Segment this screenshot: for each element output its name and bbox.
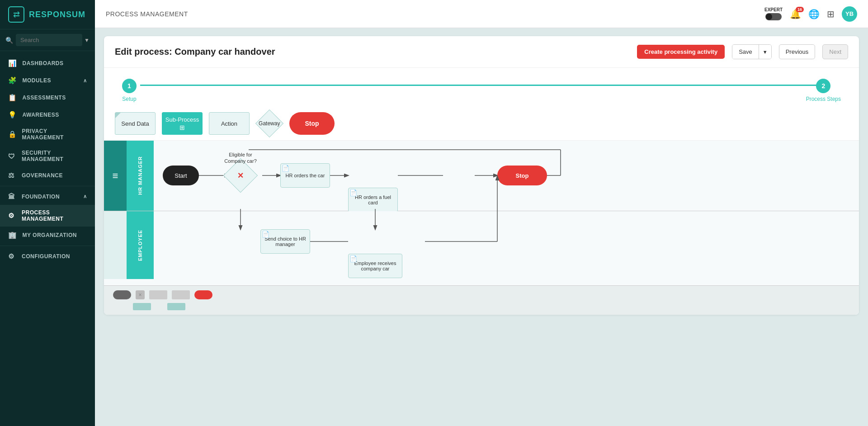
subprocess-label: Sub-Process	[165, 116, 199, 123]
minimap-gateway: ×	[136, 290, 145, 299]
sidebar-item-label: PRIVACY MANAGEMENT	[22, 128, 87, 141]
toolbar-action[interactable]: Action	[209, 112, 250, 135]
employee-lane-svg	[154, 211, 859, 279]
sidebar-item-security[interactable]: 🛡 SECURITY MANAGEMENT	[0, 145, 95, 167]
sidebar-search-container: 🔍 ▼	[0, 29, 95, 51]
next-button[interactable]: Next	[822, 44, 848, 59]
gateway-label: Eligible for Company car?	[218, 151, 263, 165]
logo-icon: ⇄	[8, 6, 24, 23]
save-dropdown-button[interactable]: ▼	[759, 45, 771, 59]
sidebar-item-label: FOUNDATION	[22, 194, 60, 200]
save-button-group: Save ▼	[732, 44, 772, 59]
sidebar-logo: ⇄ RESPONSUM	[0, 0, 95, 29]
task-doc-icon: 📄	[349, 188, 358, 197]
send-data-label: Send Data	[121, 120, 149, 127]
foundation-icon: 🏛	[8, 193, 16, 200]
lane-hr-manager-content: Start × Eligible for Company car?	[154, 141, 859, 211]
toolbar-send-data[interactable]: Send Data	[115, 112, 156, 135]
task-doc-icon: 📄	[281, 164, 290, 173]
diagram-area: ≡ HR MANAGER	[104, 141, 859, 285]
diagram-lanes: ≡ HR MANAGER	[104, 141, 859, 285]
awareness-icon: 💡	[8, 111, 17, 119]
grid-button[interactable]: ⊞	[827, 9, 835, 19]
sidebar-item-myorg[interactable]: 🏢 MY ORGANIZATION	[0, 227, 95, 244]
progress-step-2[interactable]: 2 Process Steps	[806, 79, 841, 102]
expand-arrow-icon: ∧	[83, 78, 87, 84]
main-content: PROCESS MANAGEMENT EXPERT 🔔 16 🌐 ⊞ YB Ed…	[95, 0, 868, 426]
minimap-stop	[194, 290, 212, 299]
search-dropdown-arrow[interactable]: ▼	[84, 37, 90, 43]
progress-step-1[interactable]: 1 Setup	[122, 79, 137, 102]
node-stop-hr[interactable]: Stop	[497, 166, 547, 185]
node-hr-orders-fuel[interactable]: 📄 HR orders a fuel card	[348, 188, 398, 212]
lane-employee-label: EMPLOYEE	[127, 211, 154, 279]
task-doc-icon: 📄	[349, 254, 358, 263]
sidebar-item-process[interactable]: ⚙ PROCESS MANAGEMENT	[0, 205, 95, 227]
node-send-choice[interactable]: 📄 Send choice to HR manager	[260, 229, 310, 254]
node-employee-receives[interactable]: 📄 Employee receives company car	[348, 254, 402, 278]
expand-arrow-icon: ∧	[83, 194, 87, 199]
sidebar-item-label: SECURITY MANAGEMENT	[22, 150, 87, 162]
step-label-2: Process Steps	[806, 96, 841, 102]
sidebar-item-privacy[interactable]: 🔒 PRIVACY MANAGEMENT	[0, 123, 95, 145]
save-button[interactable]: Save	[732, 45, 759, 59]
editor-header: Edit process: Company car handover Creat…	[104, 36, 859, 68]
sidebar-item-configuration[interactable]: ⚙ CONFIGURATION	[0, 248, 95, 265]
configuration-icon: ⚙	[8, 252, 16, 260]
expert-toggle[interactable]: EXPERT	[764, 7, 783, 20]
create-processing-activity-button[interactable]: Create processing activity	[637, 45, 725, 59]
sidebar-item-label: CONFIGURATION	[22, 253, 70, 260]
sidebar-item-dashboards[interactable]: 📊 DASHBOARDS	[0, 55, 95, 72]
minimap-task-1	[149, 290, 167, 299]
node-hr-orders-car[interactable]: 📄 HR orders the car	[280, 163, 330, 188]
toolbar-gateway[interactable]: Gateway	[256, 112, 283, 135]
notification-badge: 16	[796, 7, 804, 12]
expert-label: EXPERT	[764, 7, 783, 12]
send-data-corner	[115, 113, 121, 118]
action-shape: Action	[209, 112, 250, 135]
sidebar-item-governance[interactable]: ⚖ GOVERNANCE	[0, 167, 95, 184]
sidebar-nav: 📊 DASHBOARDS 🧩 MODULES ∧ 📋 ASSESSMENTS 💡…	[0, 51, 95, 426]
topbar: PROCESS MANAGEMENT EXPERT 🔔 16 🌐 ⊞ YB	[95, 0, 868, 28]
previous-button[interactable]: Previous	[779, 44, 816, 59]
toggle-knob	[766, 14, 772, 20]
dashboards-icon: 📊	[8, 59, 17, 67]
gateway-shape: Gateway	[256, 112, 283, 135]
gateway-cross-icon: ×	[238, 170, 244, 181]
search-input[interactable]	[16, 34, 82, 46]
node-start[interactable]: Start	[163, 166, 199, 185]
lane-hr-manager-header: ≡	[104, 141, 127, 211]
sidebar: ⇄ RESPONSUM 🔍 ▼ 📊 DASHBOARDS 🧩 MODULES ∧…	[0, 0, 95, 426]
sidebar-item-assessments[interactable]: 📋 ASSESSMENTS	[0, 89, 95, 106]
step-label-1: Setup	[122, 96, 136, 102]
lane-employee-content: 📄 Send choice to HR manager 📄 Employee r…	[154, 211, 859, 279]
stop-label: Stop	[305, 120, 319, 127]
sidebar-item-label: DASHBOARDS	[23, 60, 64, 66]
mini-map: ×	[104, 285, 859, 315]
editor-card: Edit process: Company car handover Creat…	[104, 36, 859, 315]
sidebar-item-modules[interactable]: 🧩 MODULES ∧	[0, 72, 95, 89]
lane-employee-spacer	[104, 211, 127, 279]
sidebar-item-foundation[interactable]: 🏛 FOUNDATION ∧	[0, 188, 95, 205]
progress-bar: 1 Setup 2 Process Steps	[104, 68, 859, 107]
gateway-label: Gateway	[259, 120, 280, 127]
lane-hr-icon: ≡	[113, 170, 118, 182]
sidebar-item-label: ASSESSMENTS	[23, 95, 66, 101]
editor-title: Edit process: Company car handover	[115, 47, 630, 57]
notification-button[interactable]: 🔔 16	[790, 9, 801, 19]
avatar[interactable]: YB	[842, 6, 857, 22]
language-button[interactable]: 🌐	[808, 9, 820, 19]
content-area: Edit process: Company car handover Creat…	[95, 28, 868, 426]
toolbar-subprocess[interactable]: Sub-Process ⊞	[162, 112, 203, 135]
sidebar-item-label: AWARENESS	[23, 112, 59, 118]
send-data-shape: Send Data	[115, 112, 156, 135]
toolbar-stop[interactable]: Stop	[289, 112, 335, 135]
sidebar-item-label: MY ORGANIZATION	[23, 232, 77, 238]
sidebar-item-awareness[interactable]: 💡 AWARENESS	[0, 106, 95, 123]
mini-map-top-row: ×	[113, 290, 212, 310]
lane-hr-manager: ≡ HR MANAGER	[104, 141, 859, 211]
expert-toggle-switch[interactable]	[765, 13, 782, 20]
assessments-icon: 📋	[8, 94, 17, 102]
process-icon: ⚙	[8, 212, 16, 220]
modules-icon: 🧩	[8, 76, 17, 85]
